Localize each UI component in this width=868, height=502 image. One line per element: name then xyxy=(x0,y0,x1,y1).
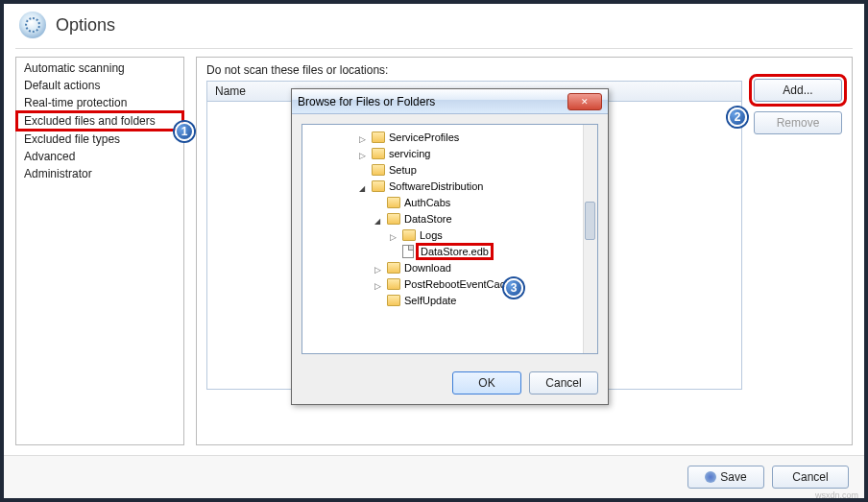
tree-label: Setup xyxy=(389,164,417,176)
tree-item-setup[interactable]: Setup xyxy=(302,161,597,178)
sidebar-item-advanced[interactable]: Advanced xyxy=(16,148,183,165)
dialog-titlebar[interactable]: Browse for Files or Folders ✕ xyxy=(292,89,608,114)
folder-icon xyxy=(372,148,385,159)
expander-icon[interactable] xyxy=(374,214,384,224)
file-icon xyxy=(402,245,414,258)
tree-label: AuthCabs xyxy=(404,197,450,208)
save-button[interactable]: Save xyxy=(687,466,764,489)
tree-label: PostRebootEventCache xyxy=(404,278,517,290)
ok-button[interactable]: OK xyxy=(452,371,521,394)
header: Options xyxy=(4,4,864,46)
expander-icon[interactable] xyxy=(359,181,369,191)
callout-1: 1 xyxy=(175,122,194,141)
tree-label: ServiceProfiles xyxy=(389,131,459,143)
tree-item-servicing[interactable]: servicing xyxy=(302,145,597,161)
folder-icon xyxy=(387,278,400,290)
cancel-button[interactable]: Cancel xyxy=(772,466,849,489)
expander-icon[interactable] xyxy=(359,149,369,158)
folder-tree[interactable]: ServiceProfilesservicingSetupSoftwareDis… xyxy=(301,124,598,354)
tree-label: Logs xyxy=(420,229,443,241)
expander-icon[interactable] xyxy=(374,263,384,273)
callout-3: 3 xyxy=(504,278,523,298)
callout-2: 2 xyxy=(728,108,747,127)
sidebar-item-excluded-files-and-folders[interactable]: Excluded files and folders xyxy=(15,110,184,131)
tree-item-logs[interactable]: Logs xyxy=(302,227,597,243)
tree-item-serviceprofiles[interactable]: ServiceProfiles xyxy=(302,129,597,145)
footer: Save Cancel xyxy=(4,455,864,498)
folder-icon xyxy=(387,213,400,225)
list-header-name: Name xyxy=(215,84,246,98)
folder-icon xyxy=(387,197,400,208)
sidebar: Automatic scanningDefault actionsReal-ti… xyxy=(15,57,184,445)
side-buttons: Add... Remove xyxy=(754,79,842,134)
tree-item-authcabs[interactable]: AuthCabs xyxy=(302,194,597,210)
dialog-cancel-button[interactable]: Cancel xyxy=(529,371,598,394)
folder-icon xyxy=(402,229,416,241)
tree-label: Download xyxy=(404,262,451,274)
expander-icon[interactable] xyxy=(390,230,399,240)
scroll-thumb[interactable] xyxy=(585,202,595,240)
section-label: Do not scan these files or locations: xyxy=(206,63,842,77)
folder-icon xyxy=(387,295,400,306)
tree-label: DataStore xyxy=(404,213,452,225)
folder-icon xyxy=(372,131,385,143)
gear-icon xyxy=(19,12,46,38)
browse-dialog: Browse for Files or Folders ✕ ServicePro… xyxy=(291,88,609,405)
sidebar-item-automatic-scanning[interactable]: Automatic scanning xyxy=(16,60,183,77)
tree-label: servicing xyxy=(389,148,430,159)
tree-label: SoftwareDistribution xyxy=(389,180,483,192)
save-icon xyxy=(705,471,716,483)
tree-item-datastore-edb[interactable]: DataStore.edb xyxy=(302,243,597,259)
folder-icon xyxy=(387,262,400,274)
scrollbar[interactable] xyxy=(583,125,597,353)
tree-item-datastore[interactable]: DataStore xyxy=(302,210,597,227)
divider xyxy=(15,48,853,49)
tree-label: SelfUpdate xyxy=(404,295,456,306)
expander-icon[interactable] xyxy=(374,279,384,289)
close-button[interactable]: ✕ xyxy=(567,93,602,110)
sidebar-item-real-time-protection[interactable]: Real-time protection xyxy=(16,94,183,111)
expander-icon[interactable] xyxy=(359,132,369,142)
tree-label: DataStore.edb xyxy=(416,243,494,260)
tree-item-download[interactable]: Download xyxy=(302,259,597,275)
tree-item-postrebooteventcache[interactable]: PostRebootEventCache xyxy=(302,275,597,292)
tree-item-softwaredistribution[interactable]: SoftwareDistribution xyxy=(302,178,597,194)
dialog-buttons: OK Cancel xyxy=(292,364,608,404)
sidebar-item-excluded-file-types[interactable]: Excluded file types xyxy=(16,131,183,148)
add-button[interactable]: Add... xyxy=(754,79,842,102)
watermark: wsxdn.com xyxy=(815,490,858,500)
tree-item-selfupdate[interactable]: SelfUpdate xyxy=(302,292,597,308)
page-title: Options xyxy=(56,15,115,36)
dialog-title-text: Browse for Files or Folders xyxy=(298,95,435,108)
sidebar-item-default-actions[interactable]: Default actions xyxy=(16,77,183,94)
remove-button[interactable]: Remove xyxy=(754,111,842,134)
folder-icon xyxy=(372,180,385,192)
folder-icon xyxy=(372,164,385,176)
sidebar-item-administrator[interactable]: Administrator xyxy=(16,165,183,182)
